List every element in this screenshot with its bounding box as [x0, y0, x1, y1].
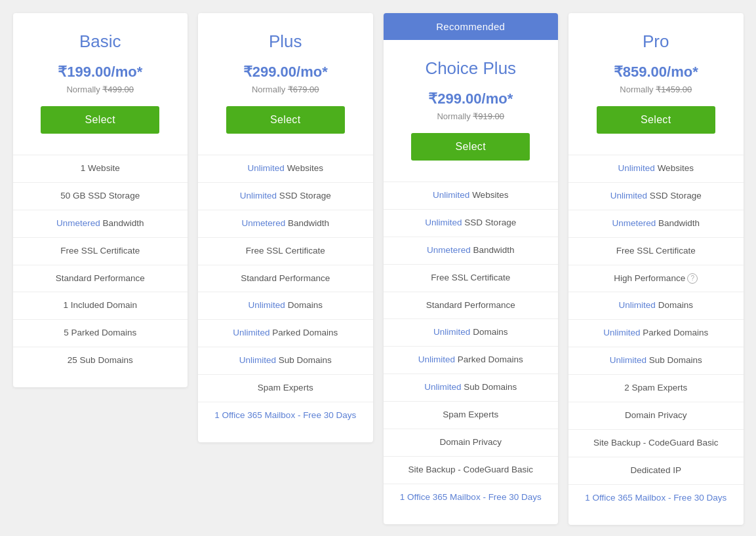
feature-highlight: Unlimited [603, 328, 640, 337]
feature-text: 2 Spam Experts [624, 383, 687, 392]
recommended-badge: Recommended [384, 13, 559, 40]
feature-item: 1 Office 365 Mailbox - Free 30 Days [198, 402, 373, 429]
feature-item: Standard Performance [198, 265, 373, 292]
feature-text: High Performance [614, 273, 685, 283]
feature-highlight: Unlimited [248, 163, 285, 173]
feature-highlight: Unlimited [425, 218, 462, 227]
feature-text: Standard Performance [426, 300, 515, 310]
plan-name-pro: Pro [582, 31, 730, 52]
feature-item: Domain Privacy [568, 402, 744, 429]
select-button-choice-plus[interactable]: Select [411, 133, 530, 161]
plan-price-basic: ₹199.00/mo* [26, 64, 175, 81]
feature-text: Standard Performance [56, 273, 145, 283]
select-button-pro[interactable]: Select [597, 106, 715, 134]
feature-text: SSD Storage [647, 191, 702, 201]
info-icon[interactable]: ? [687, 273, 698, 284]
feature-text: Bandwidth [471, 245, 515, 255]
feature-text: Parked Domains [270, 328, 338, 337]
feature-text: 25 Sub Domains [68, 355, 133, 365]
feature-text: Site Backup - CodeGuard Basic [408, 465, 533, 474]
plan-price-choice-plus: ₹299.00/mo* [397, 90, 546, 107]
feature-item: Unlimited Domains [198, 292, 373, 319]
feature-text: Domains [470, 327, 507, 337]
feature-text: Websites [469, 190, 508, 200]
feature-item: Unlimited SSD Storage [198, 182, 373, 210]
feature-text: 1 Website [81, 163, 120, 173]
plan-card-pro: Pro ₹859.00/mo* Normally ₹1459.00 Select… [568, 13, 744, 525]
feature-text: Standard Performance [241, 273, 330, 283]
plan-header-pro: Pro ₹859.00/mo* Normally ₹1459.00 Select [568, 13, 744, 144]
feature-text: Dedicated IP [631, 465, 681, 475]
plan-header-choice-plus: Choice Plus ₹299.00/mo* Normally ₹919.00… [384, 40, 559, 171]
feature-highlight: Unlimited [433, 327, 470, 337]
feature-text: Domains [285, 300, 323, 310]
feature-item: Unlimited Websites [568, 155, 744, 182]
feature-text: Parked Domains [641, 328, 709, 337]
feature-item: Unmetered Bandwidth [568, 210, 744, 237]
features-list-basic: 1 Website50 GB SSD StorageUnmetered Band… [13, 155, 188, 374]
feature-link: 1 Office 365 Mailbox - Free 30 Days [585, 493, 726, 503]
feature-highlight: Unlimited [610, 355, 647, 365]
select-button-plus[interactable]: Select [226, 106, 345, 134]
feature-item: Standard Performance [13, 265, 188, 292]
feature-item: Site Backup - CodeGuard Basic [384, 456, 559, 484]
feature-link: 1 Office 365 Mailbox - Free 30 Days [400, 492, 542, 502]
feature-text: Sub Domains [647, 355, 702, 365]
feature-item: Unlimited Websites [198, 155, 373, 182]
feature-highlight: Unlimited [433, 190, 469, 200]
feature-text: Free SSL Certificate [431, 273, 510, 282]
feature-item: Unmetered Bandwidth [198, 210, 373, 237]
feature-text: Site Backup - CodeGuard Basic [593, 438, 719, 448]
plan-price-plus: ₹299.00/mo* [211, 64, 360, 81]
feature-item: Unlimited Domains [384, 318, 559, 346]
plan-card-basic: Basic ₹199.00/mo* Normally ₹499.00 Selec… [13, 13, 188, 387]
feature-text: Free SSL Certificate [60, 246, 140, 256]
feature-item: Spam Experts [384, 401, 559, 429]
feature-item: Free SSL Certificate [198, 237, 373, 265]
feature-highlight: Unmetered [612, 218, 656, 228]
feature-highlight: Unlimited [618, 163, 655, 173]
pricing-wrapper: Basic ₹199.00/mo* Normally ₹499.00 Selec… [8, 13, 749, 525]
feature-item: Unlimited Parked Domains [198, 319, 373, 347]
feature-text: 5 Parked Domains [64, 328, 136, 337]
feature-item: Unlimited Sub Domains [568, 347, 744, 374]
feature-item: Unlimited Sub Domains [384, 373, 559, 401]
feature-item: Free SSL Certificate [384, 264, 559, 292]
feature-text: Bandwidth [656, 218, 700, 228]
feature-item: Spam Experts [198, 374, 373, 402]
feature-text: 50 GB SSD Storage [60, 191, 140, 201]
plan-normal-plus: Normally ₹679.00 [211, 85, 360, 94]
feature-item: 1 Office 365 Mailbox - Free 30 Days [568, 484, 744, 512]
feature-item: Unmetered Bandwidth [13, 210, 188, 237]
feature-item: Unlimited SSD Storage [568, 182, 744, 210]
feature-item: Unlimited SSD Storage [384, 209, 559, 237]
feature-item: Unlimited Websites [384, 182, 559, 209]
feature-item: 1 Website [13, 155, 188, 182]
plan-name-plus: Plus [211, 31, 360, 52]
feature-text: Bandwidth [100, 218, 144, 228]
feature-text: Domain Privacy [439, 437, 502, 447]
feature-highlight: Unmetered [241, 218, 285, 228]
features-list-choice-plus: Unlimited WebsitesUnlimited SSD StorageU… [384, 182, 559, 511]
feature-highlight: Unlimited [424, 382, 461, 392]
feature-link: 1 Office 365 Mailbox - Free 30 Days [214, 410, 356, 420]
plan-normal-pro: Normally ₹1459.00 [582, 85, 730, 94]
feature-item: Unmetered Bandwidth [384, 237, 559, 264]
plan-normal-basic: Normally ₹499.00 [26, 85, 175, 94]
feature-item: Unlimited Parked Domains [568, 319, 744, 347]
feature-item: Free SSL Certificate [568, 237, 744, 265]
select-button-basic[interactable]: Select [41, 106, 159, 134]
features-list-pro: Unlimited WebsitesUnlimited SSD StorageU… [568, 155, 744, 512]
plan-header-basic: Basic ₹199.00/mo* Normally ₹499.00 Selec… [13, 13, 188, 144]
feature-text: Websites [655, 163, 694, 173]
feature-highlight: Unlimited [619, 300, 656, 310]
plans-container: Basic ₹199.00/mo* Normally ₹499.00 Selec… [8, 13, 749, 525]
feature-item: Unlimited Domains [568, 292, 744, 319]
feature-item: 1 Office 365 Mailbox - Free 30 Days [384, 484, 559, 511]
plan-name-basic: Basic [26, 31, 175, 52]
feature-text: Free SSL Certificate [246, 246, 325, 256]
feature-text: Parked Domains [455, 354, 523, 364]
feature-highlight: Unlimited [233, 328, 269, 337]
plan-card-plus: Plus ₹299.00/mo* Normally ₹679.00 Select… [198, 13, 373, 442]
feature-highlight: Unlimited [239, 355, 276, 365]
